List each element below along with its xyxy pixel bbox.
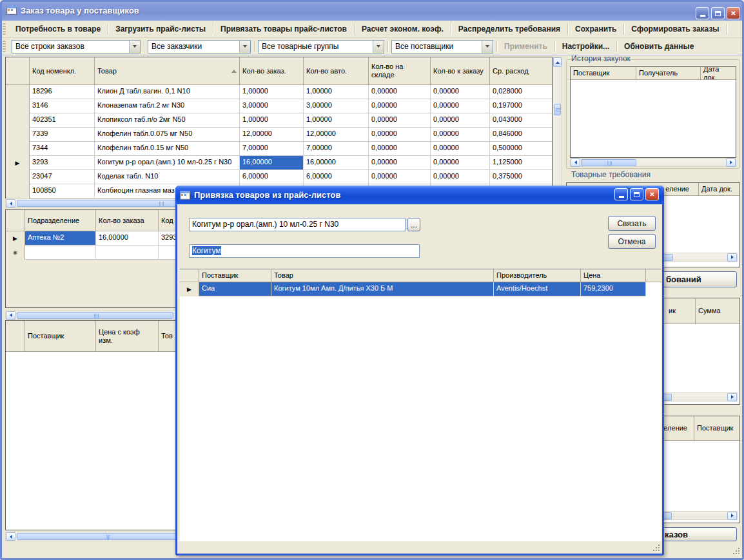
col-qty-auto[interactable]: Кол-во авто. — [304, 57, 369, 85]
grid-cell[interactable]: Клоназепам табл.2 мг N30 — [95, 99, 240, 113]
bind-button[interactable]: Связать — [608, 216, 656, 231]
grid-cell[interactable]: 0,00000 — [369, 113, 431, 128]
main-titlebar[interactable]: Заказ товара у поставщиков ✕ — [0, 0, 744, 21]
table-row[interactable]: 7339Клофелин табл.0.075 мг N5012,0000012… — [6, 128, 552, 142]
dlg-cell[interactable]: Aventis/Hoechst — [494, 282, 581, 296]
grid-cell[interactable]: 6,00000 — [240, 170, 304, 184]
table-row[interactable]: ▶ Сиа Когитум 10мл Амп. Д/питья Х30 Б М … — [180, 282, 661, 296]
grid-cell[interactable]: Клопиксол таб.п/о 2мг N50 — [95, 113, 240, 128]
search-field[interactable]: Когитум — [189, 244, 420, 258]
grid-cell[interactable]: 12,00000 — [304, 128, 369, 142]
dialog-minimize-button[interactable] — [614, 188, 628, 200]
table-row[interactable]: 7344Клофелин табл.0.15 мг N507,000007,00… — [6, 142, 552, 156]
dialog-close-button[interactable]: ✕ — [645, 188, 659, 200]
grid-cell[interactable]: 0,846000 — [490, 128, 552, 142]
grid-cell[interactable]: Когитум р-р орал.(амп.) 10 мл-0.25 г N30 — [95, 156, 240, 170]
toolbar-grip[interactable] — [3, 23, 6, 35]
cancel-button[interactable]: Отмена — [608, 234, 656, 249]
grid-cell[interactable]: Клофелин табл.0.075 мг N50 — [95, 128, 240, 142]
grid-cell[interactable]: 0,197000 — [490, 99, 552, 113]
grid-cell[interactable]: 0,00000 — [369, 85, 431, 99]
col-dlg-manufacturer[interactable]: Производитель — [494, 269, 581, 282]
grid-cell[interactable]: 0,00000 — [369, 128, 431, 142]
col-dlg-price[interactable]: Цена — [581, 269, 646, 282]
table-row[interactable]: 23047Коделак табл. N106,000006,000000,00… — [6, 170, 552, 184]
grid-cell[interactable]: 0,00000 — [431, 128, 490, 142]
refresh-button[interactable]: Обновить данные — [617, 39, 701, 53]
btn-form-orders[interactable]: Сформировать заказы — [624, 22, 726, 36]
grid-cell[interactable]: 0,00000 — [431, 113, 490, 128]
col-qty-stock[interactable]: Кол-во на складе — [369, 57, 431, 85]
col-hist-receiver[interactable]: Получатель — [636, 67, 701, 80]
grid-cell[interactable]: 0,043000 — [490, 113, 552, 128]
grid-cell[interactable]: 0,375000 — [490, 170, 552, 184]
dlg-cell[interactable]: Когитум 10мл Амп. Д/питья Х30 Б М — [271, 282, 494, 296]
grid-cell[interactable]: Клофелин табл.0.15 мг N50 — [95, 142, 240, 156]
col-code[interactable]: Код номенкл. — [30, 57, 95, 85]
grid-cell[interactable]: 1,00000 — [304, 85, 369, 99]
grid-cell[interactable]: 0,00000 — [369, 156, 431, 170]
grid-cell[interactable]: 3,00000 — [240, 99, 304, 113]
grid-cell[interactable]: 0,00000 — [431, 156, 490, 170]
dept-cell[interactable]: 16,00000 — [96, 231, 159, 246]
apply-button[interactable]: Применить — [497, 39, 554, 53]
maximize-button[interactable] — [711, 7, 725, 19]
grid-cell[interactable]: 0,00000 — [431, 85, 490, 99]
filter-suppliers[interactable]: Все поставщики — [391, 40, 493, 53]
grid-cell[interactable]: 3,00000 — [304, 99, 369, 113]
grid-cell[interactable]: 3293 — [30, 156, 95, 170]
filter-product-groups[interactable]: Все товарные группы — [258, 40, 384, 53]
grid-cell[interactable]: 1,125000 — [490, 156, 552, 170]
col-req-date[interactable]: Дата док. — [699, 183, 739, 196]
dlg-cell[interactable]: Сиа — [199, 282, 271, 296]
grid-cell[interactable]: 3146 — [30, 99, 95, 113]
grid-cell[interactable]: 0,028000 — [490, 85, 552, 99]
product-name-field[interactable]: Когитум р-р орал.(амп.) 10 мл-0.25 г N30 — [189, 218, 406, 231]
col-qty-order[interactable]: Кол-во заказ. — [240, 57, 304, 85]
grid-cell[interactable]: 7344 — [30, 142, 95, 156]
filter-order-lines[interactable]: Все строки заказов — [12, 40, 141, 53]
dept-cell[interactable]: Аптека №2 — [25, 231, 96, 246]
col-supplier[interactable]: Поставщик — [25, 321, 96, 352]
grid-cell[interactable]: 0,00000 — [369, 170, 431, 184]
btn-calc-coef[interactable]: Расчет эконом. коэф. — [355, 22, 451, 36]
col-price-coef[interactable]: Цена с коэф изм. — [96, 321, 159, 352]
btn-distribute[interactable]: Распределить требования — [451, 22, 567, 36]
grid-cell[interactable]: 16,00000 — [240, 156, 304, 170]
grid-cell[interactable]: 0,00000 — [369, 142, 431, 156]
btn-bind-products[interactable]: Привязать товары прайс-листов — [213, 22, 354, 36]
btn-need[interactable]: Потребность в товаре — [8, 22, 108, 36]
grid-cell[interactable]: 1,00000 — [304, 113, 369, 128]
table-row[interactable]: ▶3293Когитум р-р орал.(амп.) 10 мл-0.25 … — [6, 156, 552, 170]
btn-save[interactable]: Сохранить — [568, 22, 623, 36]
col-product[interactable]: Товар — [95, 57, 240, 85]
grid-cell[interactable]: 18296 — [30, 85, 95, 99]
col-dlg-supplier[interactable]: Поставщик — [199, 269, 271, 282]
grid-cell[interactable]: 0,00000 — [431, 170, 490, 184]
btn-load-pricelists[interactable]: Загрузить прайс-листы — [108, 22, 213, 36]
grid-cell[interactable]: 0,00000 — [431, 99, 490, 113]
grid-cell[interactable]: 0,00000 — [369, 99, 431, 113]
col-avg[interactable]: Ср. расход — [490, 57, 552, 85]
table-row[interactable]: 3146Клоназепам табл.2 мг N303,000003,000… — [6, 99, 552, 113]
col-dlg-product[interactable]: Товар — [271, 269, 494, 282]
table-row[interactable]: 18296Клион Д табл.вагин. 0,1 N101,000001… — [6, 85, 552, 99]
grid-cell[interactable]: Коделак табл. N10 — [95, 170, 240, 184]
grid-cell[interactable]: 6,00000 — [304, 170, 369, 184]
filter-customers[interactable]: Все заказчики — [148, 40, 251, 53]
browse-button[interactable]: ... — [407, 218, 420, 231]
history-hscrollbar[interactable] — [570, 158, 736, 167]
dialog-resize-grip[interactable] — [652, 543, 660, 552]
grid-cell[interactable]: 12,00000 — [240, 128, 304, 142]
products-vscrollbar[interactable] — [553, 57, 562, 198]
grid-cell[interactable]: 1,00000 — [240, 113, 304, 128]
col-ord-supplier[interactable]: Поставщик — [694, 416, 739, 441]
grid-cell[interactable]: Клион Д табл.вагин. 0,1 N10 — [95, 85, 240, 99]
grid-cell[interactable]: 7,00000 — [240, 142, 304, 156]
grid-cell[interactable]: 16,00000 — [304, 156, 369, 170]
grid-cell[interactable]: 7,00000 — [304, 142, 369, 156]
dlg-cell[interactable]: 759,2300 — [581, 282, 646, 296]
window-resize-grip[interactable] — [732, 546, 740, 555]
col-dept-qty[interactable]: Кол-во заказа — [96, 210, 159, 231]
dialog-titlebar[interactable]: Привязка товаров из прайс-листов ✕ — [175, 186, 664, 204]
